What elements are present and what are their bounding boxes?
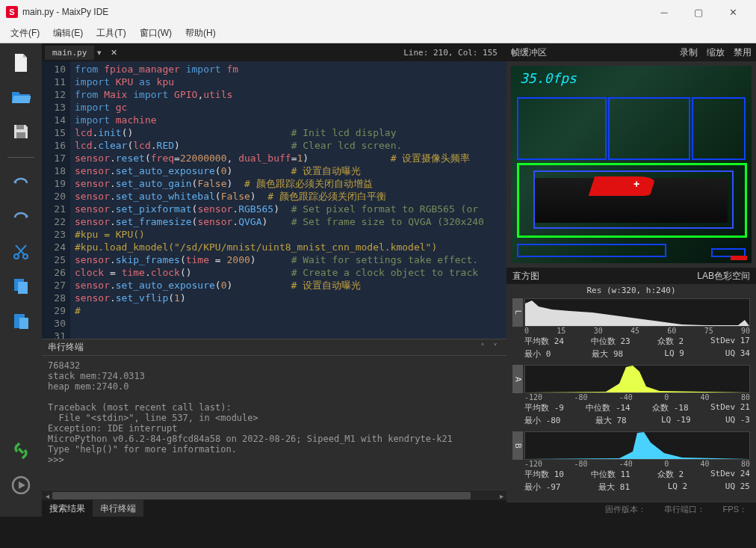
run-icon[interactable] bbox=[10, 475, 31, 496]
disable-button[interactable]: 禁用 bbox=[734, 46, 752, 59]
terminal-header: 串行终端 ˄ ˅ bbox=[42, 339, 506, 355]
tab-close-icon[interactable]: ✕ bbox=[108, 48, 120, 58]
terminal-collapse-up-icon[interactable]: ˄ bbox=[480, 342, 488, 353]
close-button[interactable]: ✕ bbox=[716, 0, 750, 24]
histogram-a: A -120-80-4004080 平均数 -9中位数 -14众数 -18StD… bbox=[506, 363, 756, 430]
record-button[interactable]: 录制 bbox=[680, 46, 698, 59]
open-folder-icon[interactable] bbox=[10, 87, 31, 108]
svg-rect-5 bbox=[18, 282, 28, 294]
histogram-title: 直方图 bbox=[512, 270, 539, 283]
framebuffer-title: 帧缓冲区 bbox=[511, 46, 547, 59]
cut-icon[interactable] bbox=[10, 241, 31, 262]
undo-icon[interactable] bbox=[10, 173, 31, 194]
svg-rect-1 bbox=[16, 132, 25, 138]
zoom-button[interactable]: 缩放 bbox=[707, 46, 725, 59]
status-port: 串行端口： bbox=[664, 504, 705, 515]
app-logo-icon: S bbox=[6, 6, 18, 18]
line-gutter: 1011121314151617181920212223242526272829… bbox=[42, 61, 70, 339]
status-fps: FPS： bbox=[723, 504, 747, 515]
histogram-l: L 0153045607590 平均数 24中位数 23众数 2StDev 17… bbox=[506, 297, 756, 363]
copy-icon[interactable] bbox=[10, 276, 31, 297]
menu-help[interactable]: 帮助(H) bbox=[179, 25, 222, 42]
code-editor[interactable]: 1011121314151617181920212223242526272829… bbox=[42, 61, 506, 339]
colorspace-select[interactable]: LAB色彩空间 bbox=[697, 270, 750, 283]
histogram-header: 直方图 LAB色彩空间 bbox=[506, 268, 756, 284]
menu-file[interactable]: 文件(F) bbox=[4, 25, 46, 42]
minimize-button[interactable]: ─ bbox=[647, 0, 681, 24]
camera-preview[interactable]: 35.0fps + bbox=[511, 66, 752, 263]
status-firmware: 固件版本： bbox=[605, 504, 646, 515]
tab-search-results[interactable]: 搜索结果 bbox=[42, 500, 93, 517]
tab-dropdown-icon[interactable]: ▾ bbox=[97, 48, 102, 58]
svg-rect-7 bbox=[19, 318, 28, 329]
menu-window[interactable]: 窗口(W) bbox=[134, 25, 178, 42]
tab-main-py[interactable]: main.py bbox=[45, 46, 94, 60]
paste-icon[interactable] bbox=[10, 310, 31, 331]
resolution-label: Res (w:320, h:240) bbox=[506, 284, 756, 297]
editor-tab-bar: main.py ▾ ✕ Line: 210, Col: 155 bbox=[42, 43, 506, 61]
side-toolbar bbox=[0, 43, 42, 517]
maximize-button[interactable]: ▢ bbox=[681, 0, 716, 24]
serial-terminal[interactable]: 768432 stack mem:724.0313 heap mem:2740.… bbox=[42, 355, 506, 490]
framebuffer-header: 帧缓冲区 录制 缩放 禁用 bbox=[506, 43, 756, 61]
cursor-position: Line: 210, Col: 155 bbox=[403, 48, 504, 58]
new-file-icon[interactable] bbox=[10, 52, 31, 73]
connect-icon[interactable] bbox=[10, 440, 31, 461]
histogram-b: B -120-80-4004080 平均数 10中位数 11众数 2StDev … bbox=[506, 430, 756, 496]
save-icon[interactable] bbox=[10, 121, 31, 142]
terminal-title: 串行终端 bbox=[48, 341, 84, 354]
fps-overlay: 35.0fps bbox=[520, 70, 577, 86]
redo-icon[interactable] bbox=[10, 207, 31, 228]
menu-edit[interactable]: 编辑(E) bbox=[47, 25, 89, 42]
svg-rect-0 bbox=[16, 125, 24, 129]
status-bar: 固件版本： 串行端口： FPS： bbox=[506, 502, 756, 517]
terminal-collapse-down-icon[interactable]: ˅ bbox=[493, 342, 501, 353]
terminal-scrollbar[interactable]: ◂ ▸ bbox=[42, 490, 506, 500]
tab-serial-terminal[interactable]: 串行终端 bbox=[93, 500, 143, 517]
title-bar: S main.py - MaixPy IDE ─ ▢ ✕ bbox=[0, 0, 756, 24]
window-title: main.py - MaixPy IDE bbox=[22, 7, 108, 17]
bottom-tab-bar: 搜索结果 串行终端 bbox=[42, 500, 506, 517]
menu-tool[interactable]: 工具(T) bbox=[90, 25, 131, 42]
code-area[interactable]: from fpioa_manager import fmimport KPU a… bbox=[70, 61, 506, 339]
menu-bar: 文件(F) 编辑(E) 工具(T) 窗口(W) 帮助(H) bbox=[0, 24, 756, 43]
